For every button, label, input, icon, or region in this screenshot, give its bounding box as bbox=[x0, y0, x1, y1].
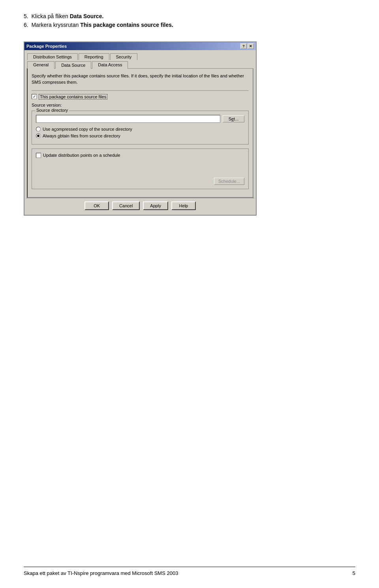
separator bbox=[32, 90, 249, 91]
dialog-titlebar: Package Properties ? ✕ bbox=[24, 42, 256, 50]
tab-data-source[interactable]: Data Source bbox=[55, 61, 91, 69]
step6-text: 6. Markera kryssrutan bbox=[24, 22, 80, 28]
schedule-btn-row: Schedule... bbox=[36, 178, 244, 185]
source-directory-group-label: Source directory bbox=[35, 108, 69, 113]
apply-button[interactable]: Apply bbox=[143, 201, 168, 210]
tab-reporting[interactable]: Reporting bbox=[79, 53, 109, 60]
radio-compressed[interactable] bbox=[36, 127, 41, 132]
help-button[interactable]: ? bbox=[240, 43, 247, 49]
cancel-button[interactable]: Cancel bbox=[112, 201, 140, 210]
source-directory-group: Source directory Set... Use acompressed … bbox=[32, 111, 249, 145]
description-text: Specify whether this package contains so… bbox=[32, 73, 249, 86]
dialog-wrapper: Package Properties ? ✕ Distribution Sett… bbox=[24, 41, 257, 216]
schedule-group-label: Update distribution points on a schedule bbox=[43, 153, 120, 158]
radio-always-obtain-row: Always obtain files from source director… bbox=[36, 133, 244, 138]
schedule-button[interactable]: Schedule... bbox=[214, 178, 244, 185]
schedule-checkbox[interactable] bbox=[36, 153, 41, 158]
dialog-footer: OK Cancel Apply Help bbox=[26, 198, 254, 213]
radio-compressed-row: Use acompressed copy of the source direc… bbox=[36, 127, 244, 132]
contains-source-files-checkbox[interactable]: ✓ bbox=[32, 94, 37, 99]
tab-security[interactable]: Security bbox=[110, 53, 138, 60]
radio-always-obtain[interactable] bbox=[36, 133, 41, 138]
instruction-block: 5. Klicka på fliken Data Source. 6. Mark… bbox=[24, 12, 355, 30]
set-underline: e bbox=[231, 116, 234, 121]
source-dir-row: Set... bbox=[36, 115, 244, 123]
tabs-row-lower: General Data Source Data Access bbox=[26, 60, 254, 68]
tab-panel-data-source: Specify whether this package contains so… bbox=[27, 68, 253, 198]
footer-left-text: Skapa ett paket av TI-Nspire programvara… bbox=[24, 570, 178, 576]
close-button[interactable]: ✕ bbox=[248, 43, 254, 49]
tab-distribution-settings[interactable]: Distribution Settings bbox=[27, 53, 78, 60]
schedule-checkbox-row: Update distribution points on a schedule bbox=[36, 153, 244, 158]
contains-source-files-label: This package contains source files bbox=[39, 94, 107, 100]
dialog-controls: ? ✕ bbox=[240, 43, 254, 49]
tab-general[interactable]: General bbox=[27, 61, 54, 69]
tab-data-access[interactable]: Data Access bbox=[92, 61, 128, 69]
step6-bold: This package contains source files. bbox=[80, 22, 173, 28]
step5-bold: Data Source. bbox=[70, 13, 104, 19]
ok-button[interactable]: OK bbox=[84, 201, 109, 210]
dialog-body: Distribution Settings Reporting Security… bbox=[24, 50, 256, 215]
page-footer: Skapa ett paket av TI-Nspire programvara… bbox=[24, 567, 355, 576]
source-directory-input[interactable] bbox=[36, 115, 220, 123]
set-button[interactable]: Set... bbox=[223, 115, 244, 122]
package-properties-dialog: Package Properties ? ✕ Distribution Sett… bbox=[24, 41, 257, 216]
radio-always-obtain-label: Always obtain files from source director… bbox=[43, 133, 120, 138]
dialog-title-text: Package Properties bbox=[26, 44, 67, 49]
footer-page-number: 5 bbox=[353, 570, 355, 576]
source-version-label: Source version: bbox=[32, 103, 62, 107]
radio-compressed-label: Use acompressed copy of the source direc… bbox=[43, 127, 132, 132]
dialog-title: Package Properties bbox=[26, 44, 67, 49]
contains-source-files-row: ✓ This package contains source files bbox=[32, 94, 249, 100]
source-version-row: Source version: bbox=[32, 103, 249, 107]
help-footer-button[interactable]: Help bbox=[171, 201, 196, 210]
tabs-row-upper: Distribution Settings Reporting Security bbox=[26, 52, 254, 60]
step5-text: 5. Klicka på fliken bbox=[24, 13, 70, 19]
schedule-group: Update distribution points on a schedule… bbox=[32, 148, 249, 189]
